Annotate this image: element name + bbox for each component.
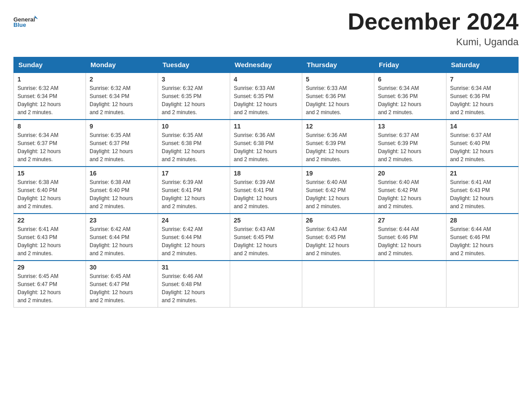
table-row: 3 Sunrise: 6:32 AMSunset: 6:35 PMDayligh… — [158, 73, 230, 120]
day-number: 21 — [450, 170, 515, 177]
day-info: Sunrise: 6:42 AMSunset: 6:44 PMDaylight:… — [90, 226, 133, 257]
table-row: 17 Sunrise: 6:39 AMSunset: 6:41 PMDaylig… — [158, 167, 230, 214]
day-number: 2 — [90, 76, 154, 83]
table-row: 8 Sunrise: 6:34 AMSunset: 6:37 PMDayligh… — [14, 120, 86, 167]
col-monday: Monday — [86, 57, 158, 73]
day-number: 14 — [450, 123, 515, 130]
month-title: December 2024 — [348, 9, 519, 34]
table-row: 26 Sunrise: 6:43 AMSunset: 6:45 PMDaylig… — [302, 214, 374, 261]
day-number: 3 — [162, 76, 226, 83]
day-info: Sunrise: 6:32 AMSunset: 6:34 PMDaylight:… — [90, 85, 133, 116]
day-info: Sunrise: 6:40 AMSunset: 6:42 PMDaylight:… — [306, 179, 349, 210]
svg-marker-1 — [35, 16, 39, 19]
calendar-week-3: 15 Sunrise: 6:38 AMSunset: 6:40 PMDaylig… — [14, 167, 519, 214]
day-number: 11 — [234, 123, 298, 130]
table-row: 21 Sunrise: 6:41 AMSunset: 6:43 PMDaylig… — [446, 167, 519, 214]
table-row: 11 Sunrise: 6:36 AMSunset: 6:38 PMDaylig… — [230, 120, 302, 167]
day-info: Sunrise: 6:39 AMSunset: 6:41 PMDaylight:… — [162, 179, 205, 210]
table-row: 24 Sunrise: 6:42 AMSunset: 6:44 PMDaylig… — [158, 214, 230, 261]
col-saturday: Saturday — [446, 57, 519, 73]
table-row: 1 Sunrise: 6:32 AMSunset: 6:34 PMDayligh… — [14, 73, 86, 120]
day-info: Sunrise: 6:43 AMSunset: 6:45 PMDaylight:… — [234, 226, 277, 257]
calendar-week-4: 22 Sunrise: 6:41 AMSunset: 6:43 PMDaylig… — [14, 214, 519, 261]
table-row — [230, 261, 302, 308]
day-info: Sunrise: 6:37 AMSunset: 6:39 PMDaylight:… — [378, 132, 421, 163]
table-row: 22 Sunrise: 6:41 AMSunset: 6:43 PMDaylig… — [14, 214, 86, 261]
day-info: Sunrise: 6:43 AMSunset: 6:45 PMDaylight:… — [306, 226, 349, 257]
day-number: 15 — [17, 170, 82, 177]
day-info: Sunrise: 6:33 AMSunset: 6:36 PMDaylight:… — [306, 85, 349, 116]
table-row: 10 Sunrise: 6:35 AMSunset: 6:38 PMDaylig… — [158, 120, 230, 167]
day-info: Sunrise: 6:44 AMSunset: 6:46 PMDaylight:… — [450, 226, 493, 257]
day-number: 30 — [90, 264, 154, 271]
day-info: Sunrise: 6:37 AMSunset: 6:40 PMDaylight:… — [450, 132, 493, 163]
day-number: 13 — [378, 123, 442, 130]
table-row: 2 Sunrise: 6:32 AMSunset: 6:34 PMDayligh… — [86, 73, 158, 120]
day-info: Sunrise: 6:35 AMSunset: 6:38 PMDaylight:… — [162, 132, 205, 163]
title-block: December 2024 Kumi, Uganda — [348, 9, 519, 48]
table-row: 5 Sunrise: 6:33 AMSunset: 6:36 PMDayligh… — [302, 73, 374, 120]
table-row: 29 Sunrise: 6:45 AMSunset: 6:47 PMDaylig… — [14, 261, 86, 308]
day-info: Sunrise: 6:45 AMSunset: 6:47 PMDaylight:… — [17, 273, 61, 304]
table-row: 16 Sunrise: 6:38 AMSunset: 6:40 PMDaylig… — [86, 167, 158, 214]
day-number: 26 — [306, 217, 370, 224]
calendar-week-1: 1 Sunrise: 6:32 AMSunset: 6:34 PMDayligh… — [14, 73, 519, 120]
table-row: 31 Sunrise: 6:46 AMSunset: 6:48 PMDaylig… — [158, 261, 230, 308]
day-number: 6 — [378, 76, 442, 83]
day-info: Sunrise: 6:33 AMSunset: 6:35 PMDaylight:… — [234, 85, 277, 116]
day-number: 19 — [306, 170, 370, 177]
svg-text:Blue: Blue — [13, 21, 26, 28]
day-info: Sunrise: 6:40 AMSunset: 6:42 PMDaylight:… — [378, 179, 421, 210]
table-row: 19 Sunrise: 6:40 AMSunset: 6:42 PMDaylig… — [302, 167, 374, 214]
table-row: 4 Sunrise: 6:33 AMSunset: 6:35 PMDayligh… — [230, 73, 302, 120]
day-number: 22 — [17, 217, 82, 224]
day-number: 18 — [234, 170, 298, 177]
day-info: Sunrise: 6:42 AMSunset: 6:44 PMDaylight:… — [162, 226, 205, 257]
day-info: Sunrise: 6:41 AMSunset: 6:43 PMDaylight:… — [17, 226, 61, 257]
day-number: 7 — [450, 76, 515, 83]
col-tuesday: Tuesday — [158, 57, 230, 73]
table-row — [374, 261, 446, 308]
day-number: 20 — [378, 170, 442, 177]
table-row: 12 Sunrise: 6:36 AMSunset: 6:39 PMDaylig… — [302, 120, 374, 167]
day-number: 4 — [234, 76, 298, 83]
day-number: 27 — [378, 217, 442, 224]
day-info: Sunrise: 6:38 AMSunset: 6:40 PMDaylight:… — [17, 179, 61, 210]
day-number: 9 — [90, 123, 154, 130]
calendar-week-5: 29 Sunrise: 6:45 AMSunset: 6:47 PMDaylig… — [14, 261, 519, 308]
table-row: 18 Sunrise: 6:39 AMSunset: 6:41 PMDaylig… — [230, 167, 302, 214]
day-info: Sunrise: 6:32 AMSunset: 6:35 PMDaylight:… — [162, 85, 205, 116]
day-info: Sunrise: 6:45 AMSunset: 6:47 PMDaylight:… — [90, 273, 133, 304]
day-info: Sunrise: 6:38 AMSunset: 6:40 PMDaylight:… — [90, 179, 133, 210]
page-header: General Blue December 2024 Kumi, Uganda — [13, 9, 519, 48]
col-friday: Friday — [374, 57, 446, 73]
table-row: 13 Sunrise: 6:37 AMSunset: 6:39 PMDaylig… — [374, 120, 446, 167]
table-row: 30 Sunrise: 6:45 AMSunset: 6:47 PMDaylig… — [86, 261, 158, 308]
table-row: 7 Sunrise: 6:34 AMSunset: 6:36 PMDayligh… — [446, 73, 519, 120]
day-number: 10 — [162, 123, 226, 130]
table-row: 23 Sunrise: 6:42 AMSunset: 6:44 PMDaylig… — [86, 214, 158, 261]
col-sunday: Sunday — [14, 57, 86, 73]
table-row: 28 Sunrise: 6:44 AMSunset: 6:46 PMDaylig… — [446, 214, 519, 261]
logo-svg: General Blue — [13, 9, 38, 34]
location: Kumi, Uganda — [348, 36, 519, 48]
day-number: 25 — [234, 217, 298, 224]
day-info: Sunrise: 6:34 AMSunset: 6:37 PMDaylight:… — [17, 132, 61, 163]
day-info: Sunrise: 6:36 AMSunset: 6:39 PMDaylight:… — [306, 132, 349, 163]
table-row — [302, 261, 374, 308]
calendar-header-row: Sunday Monday Tuesday Wednesday Thursday… — [14, 57, 519, 73]
day-number: 24 — [162, 217, 226, 224]
day-number: 28 — [450, 217, 515, 224]
day-info: Sunrise: 6:35 AMSunset: 6:37 PMDaylight:… — [90, 132, 133, 163]
day-number: 29 — [17, 264, 82, 271]
table-row — [446, 261, 519, 308]
col-wednesday: Wednesday — [230, 57, 302, 73]
day-number: 8 — [17, 123, 82, 130]
calendar-week-2: 8 Sunrise: 6:34 AMSunset: 6:37 PMDayligh… — [14, 120, 519, 167]
table-row: 27 Sunrise: 6:44 AMSunset: 6:46 PMDaylig… — [374, 214, 446, 261]
day-info: Sunrise: 6:44 AMSunset: 6:46 PMDaylight:… — [378, 226, 421, 257]
table-row: 6 Sunrise: 6:34 AMSunset: 6:36 PMDayligh… — [374, 73, 446, 120]
col-thursday: Thursday — [302, 57, 374, 73]
day-number: 12 — [306, 123, 370, 130]
day-number: 5 — [306, 76, 370, 83]
